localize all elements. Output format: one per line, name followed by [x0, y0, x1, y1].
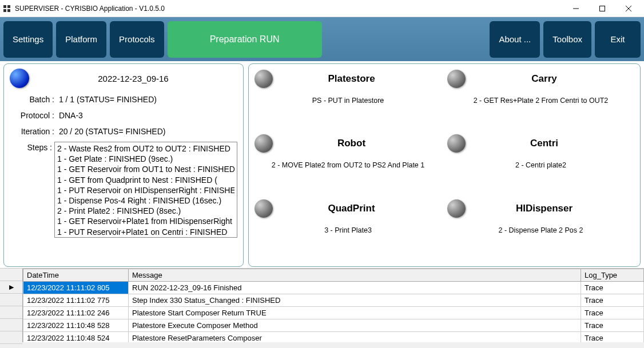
- step-item[interactable]: 1 - Get Plate : FINISHED (9sec.): [57, 154, 234, 164]
- batch-label: Batch :: [12, 95, 54, 104]
- batch-value: 1 / 1 (STATUS= FINISHED): [59, 95, 157, 104]
- module-hidispenser: HIDispenser 2 - Dispense Plate 2 Pos 2: [447, 199, 634, 261]
- log-row[interactable]: 12/23/2022 11:11:02 246Platestore Start …: [23, 307, 644, 319]
- module-status: 2 - Centri plate2: [447, 161, 634, 170]
- module-title: Carry: [472, 73, 634, 85]
- step-item[interactable]: 2 - Print Plate2 : FINISHED (8sec.): [57, 206, 234, 216]
- module-quadprint: QuadPrint 3 - Print Plate3: [255, 199, 442, 261]
- toolbox-button[interactable]: Toolbox: [543, 21, 591, 58]
- steps-list[interactable]: 2 - Waste Res2 from OUT2 to OUT2 : FINIS…: [54, 142, 237, 238]
- module-status-orb: [447, 70, 466, 88]
- log-row[interactable]: 12/23/2022 11:10:48 528Platestore Execut…: [23, 319, 644, 332]
- step-item[interactable]: 2 - Waste Res2 from OUT2 to OUT2 : FINIS…: [57, 143, 234, 154]
- module-status: 2 - MOVE Plate2 from OUT2 to PS2 And Pla…: [255, 161, 442, 170]
- modules-panel: Platestore PS - PUT in Platestore Carry …: [248, 63, 641, 267]
- log-grid[interactable]: ▶ DateTime Message Log_Type 12/23/2022 1…: [0, 268, 644, 342]
- close-button[interactable]: [615, 0, 642, 17]
- module-title: Robot: [280, 138, 442, 149]
- window-title: SUPERVISER - CYRISBIO Application - V1.0…: [15, 5, 563, 13]
- module-status: 2 - Dispense Plate 2 Pos 2: [447, 226, 634, 235]
- log-header-message[interactable]: Message: [129, 269, 581, 282]
- step-item[interactable]: 1 - GET from Quadprint to Nest : FINISHE…: [57, 175, 234, 185]
- step-item[interactable]: 1 - PUT Reservoir on HIDispenserRight : …: [57, 185, 234, 195]
- module-title: QuadPrint: [280, 203, 442, 214]
- module-status: PS - PUT in Platestore: [255, 96, 442, 105]
- maximize-button[interactable]: [589, 0, 615, 17]
- step-item[interactable]: 1 - Centri step : FINISHED (59sec.): [57, 237, 234, 238]
- titlebar: SUPERVISER - CYRISBIO Application - V1.0…: [0, 0, 644, 17]
- svg-rect-2: [3, 9, 6, 12]
- svg-rect-5: [600, 6, 605, 11]
- module-status-orb: [255, 134, 273, 153]
- module-status-orb: [447, 199, 466, 218]
- module-title: HIDispenser: [472, 203, 634, 214]
- protocol-label: Protocol :: [12, 111, 54, 120]
- module-title: Platestore: [280, 73, 442, 85]
- svg-rect-0: [3, 5, 6, 8]
- exit-button[interactable]: Exit: [595, 21, 641, 58]
- run-title: 2022-12-23_09-16: [29, 74, 237, 83]
- svg-rect-1: [7, 5, 10, 8]
- steps-label: Steps :: [10, 142, 52, 262]
- step-item[interactable]: 1 - GET Reservoir from OUT1 to Nest : FI…: [57, 164, 234, 174]
- iteration-label: Iteration :: [12, 127, 54, 136]
- protocols-button[interactable]: Protocols: [110, 21, 164, 58]
- log-header-datetime[interactable]: DateTime: [23, 269, 129, 282]
- module-status-orb: [255, 199, 273, 218]
- svg-rect-3: [7, 9, 10, 12]
- step-item[interactable]: 1 - Dispense Pos-4 Right : FINISHED (16s…: [57, 195, 234, 206]
- module-title: Centri: [472, 138, 634, 149]
- module-status-orb: [447, 134, 466, 153]
- log-row[interactable]: 12/23/2022 11:11:02 775Step Index 330 St…: [23, 294, 644, 307]
- log-header-logtype[interactable]: Log_Type: [581, 269, 644, 282]
- run-panel: 2022-12-23_09-16 Batch : 1 / 1 (STATUS= …: [3, 63, 244, 267]
- log-row[interactable]: 12/23/2022 11:11:02 805RUN 2022-12-23_09…: [23, 282, 644, 294]
- settings-button[interactable]: Settings: [3, 21, 53, 58]
- step-item[interactable]: 1 - PUT Reservoir+Plate1 on Centri : FIN…: [57, 227, 234, 237]
- module-platestore: Platestore PS - PUT in Platestore: [255, 70, 442, 131]
- about-button[interactable]: About ...: [490, 21, 540, 58]
- step-item[interactable]: 1 - GET Reservoir+Plate1 from HIDispense…: [57, 216, 234, 226]
- preparation-run-button[interactable]: Preparation RUN: [168, 21, 322, 58]
- module-status: 3 - Print Plate3: [255, 226, 442, 235]
- minimize-button[interactable]: [563, 0, 589, 17]
- iteration-value: 20 / 20 (STATUS= FINISHED): [59, 127, 166, 136]
- log-row[interactable]: 12/23/2022 11:10:48 524Platestore ResetP…: [23, 332, 644, 343]
- app-icon: [2, 4, 11, 13]
- module-status: 2 - GET Res+Plate 2 From Centri to OUT2: [447, 96, 634, 105]
- toolbar: Settings Platform Protocols Preparation …: [0, 17, 644, 61]
- module-robot: Robot 2 - MOVE Plate2 from OUT2 to PS2 A…: [255, 134, 442, 195]
- module-centri: Centri 2 - Centri plate2: [447, 134, 634, 195]
- run-status-orb: [10, 69, 29, 88]
- module-carry: Carry 2 - GET Res+Plate 2 From Centri to…: [447, 70, 634, 131]
- module-status-orb: [255, 70, 273, 88]
- protocol-value: DNA-3: [59, 111, 83, 120]
- platform-button[interactable]: Platform: [56, 21, 106, 58]
